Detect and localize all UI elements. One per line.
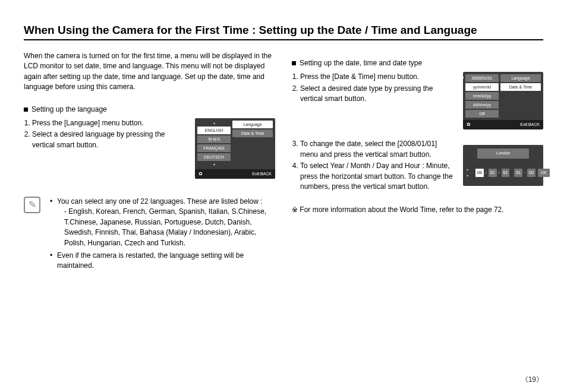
tab-date-time-2: Date & Time [500,83,541,91]
down-arrow-icon: ▾ [197,162,231,167]
date-step-3: To change the date, select the [2008/01/… [300,139,455,160]
right-column: Setting up the date, time and date type … [292,51,543,274]
lang-step-2: Select a desired language by pressing th… [32,129,187,150]
seg-year: 08 [475,169,484,177]
opt-deutsch: DEUTSCH [197,153,231,161]
lcd-language-screen: ▴ ENGLISH 한국어 FRANÇAIS DEUTSCH ▾ Languag… [195,118,275,179]
note-icon: ✎ [24,197,40,213]
lang-heading: Setting up the language [24,105,275,115]
exit-back-label-2: Exit:BACK [520,122,540,127]
opt-yymmdd: yy/mm/dd [465,83,499,91]
opt-korean: 한국어 [197,135,231,143]
page-title: When Using the Camera for the First Time… [24,24,543,40]
date-steps-a: Press the [Date & Time] menu button. Sel… [300,72,455,104]
left-column: When the camera is turned on for the fir… [24,51,275,274]
opt-ddmmyy: dd/mm/yy [465,101,499,109]
up-arrow-icon-2: ▴ [543,163,544,167]
opt-mmddyy: mm/dd/yy [465,92,499,100]
date-steps-b: To change the date, select the [2008/01/… [300,139,455,192]
date-step-4: To select Year / Month / Day and Hour : … [300,161,455,192]
left-arrows-icon: ▴▾ [467,167,470,178]
gear-icon: ✿ [199,172,203,176]
opt-off: Off [465,110,499,118]
date-heading: Setting up the date, time and date type [292,58,543,68]
date-step-1: Press the [Date & Time] menu button. [300,72,455,82]
page-number: 《19》 [521,375,543,385]
exit-back-label: Exit:BACK [252,172,272,176]
lang-steps: Press the [Language] menu button. Select… [32,118,187,150]
up-arrow-icon: ▴ [197,121,231,125]
lang-step-1: Press the [Language] menu button. [32,118,187,128]
down-arrow-icon-2: ▾ [543,179,544,182]
opt-english: ENGLISH [197,127,231,134]
seg-month: 01 [489,169,497,177]
seg-day: 01 [502,169,510,177]
note-bullet-1: You can select any one of 22 languages. … [50,197,275,248]
tab-language-2: Language [500,74,541,82]
date-step-2: Select a desired date type by pressing t… [300,84,455,105]
lcd-city-screen: London ▴▾ 08 / 01 / 01 01 : 00 [463,145,543,185]
note-body: You can select any one of 22 languages. … [48,197,275,274]
opt-francais: FRANÇAIS [197,144,231,152]
tab-language: Language [232,121,273,128]
note-bullet-2: Even if the camera is restarted, the lan… [50,251,275,271]
ok-button: OK [538,169,550,177]
intro-text: When the camera is turned on for the fir… [24,51,275,93]
seg-min: 00 [527,169,536,177]
tab-date-time: Date & Time [232,129,273,137]
city-label: London [477,148,529,158]
opt-date-top: 2008/01/01 [465,74,499,82]
gear-icon-2: ✿ [467,122,471,127]
worldtime-note: ※ For more information about the World T… [292,205,543,215]
lcd-date-screen: 2008/01/01 yy/mm/dd mm/dd/yy dd/mm/yy Of… [463,72,543,129]
seg-hour: 01 [514,169,522,177]
